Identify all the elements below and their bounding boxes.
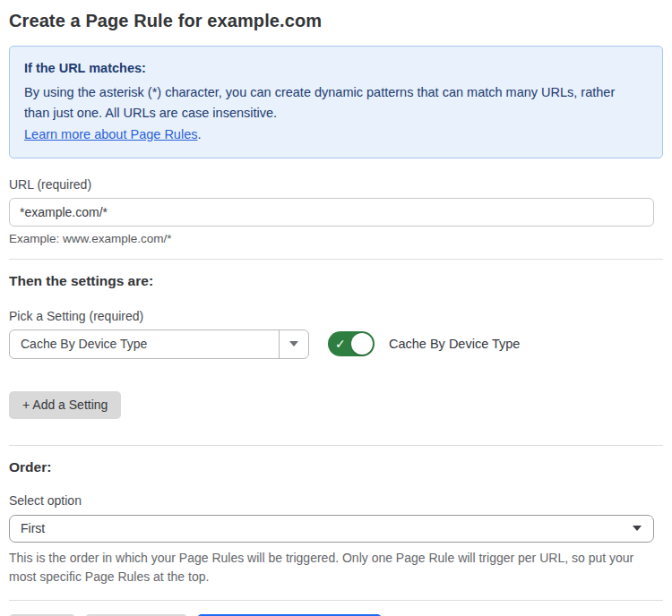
settings-section-heading: Then the settings are: bbox=[9, 273, 663, 289]
setting-row: Cache By Device Type ✓ Cache By Device T… bbox=[9, 329, 663, 359]
setting-select-arrow-button[interactable] bbox=[279, 330, 308, 358]
setting-select-value: Cache By Device Type bbox=[10, 330, 279, 358]
pick-setting-label: Pick a Setting (required) bbox=[9, 309, 663, 323]
url-field-label: URL (required) bbox=[9, 177, 663, 192]
order-helper-text: This is the order in which your Page Rul… bbox=[9, 549, 654, 586]
order-section-heading: Order: bbox=[9, 459, 663, 475]
chevron-down-icon bbox=[633, 526, 642, 531]
divider bbox=[9, 259, 663, 260]
toggle-wrap: ✓ Cache By Device Type bbox=[328, 331, 520, 356]
link-period: . bbox=[197, 127, 201, 141]
toggle-knob bbox=[351, 333, 373, 355]
info-link-line: Learn more about Page Rules. bbox=[24, 124, 648, 145]
divider bbox=[9, 600, 663, 601]
url-match-info-box: If the URL matches: By using the asteris… bbox=[9, 46, 663, 158]
url-example-helper: Example: www.example.com/* bbox=[9, 232, 663, 245]
url-input[interactable] bbox=[9, 198, 654, 227]
cache-by-device-type-toggle[interactable]: ✓ bbox=[328, 331, 375, 356]
chevron-down-icon bbox=[289, 341, 298, 346]
divider bbox=[9, 445, 663, 446]
toggle-label: Cache By Device Type bbox=[389, 337, 520, 351]
check-icon: ✓ bbox=[335, 338, 346, 350]
add-setting-button[interactable]: + Add a Setting bbox=[9, 391, 121, 419]
order-select-label: Select option bbox=[9, 493, 663, 508]
page-title: Create a Page Rule for example.com bbox=[9, 11, 663, 31]
info-box-heading: If the URL matches: bbox=[24, 58, 648, 79]
learn-more-link[interactable]: Learn more about Page Rules bbox=[24, 127, 197, 141]
info-box-body: By using the asterisk (*) character, you… bbox=[24, 82, 642, 124]
order-select-value: First bbox=[21, 521, 45, 535]
order-select[interactable]: First bbox=[9, 515, 654, 543]
setting-select[interactable]: Cache By Device Type bbox=[9, 329, 309, 359]
